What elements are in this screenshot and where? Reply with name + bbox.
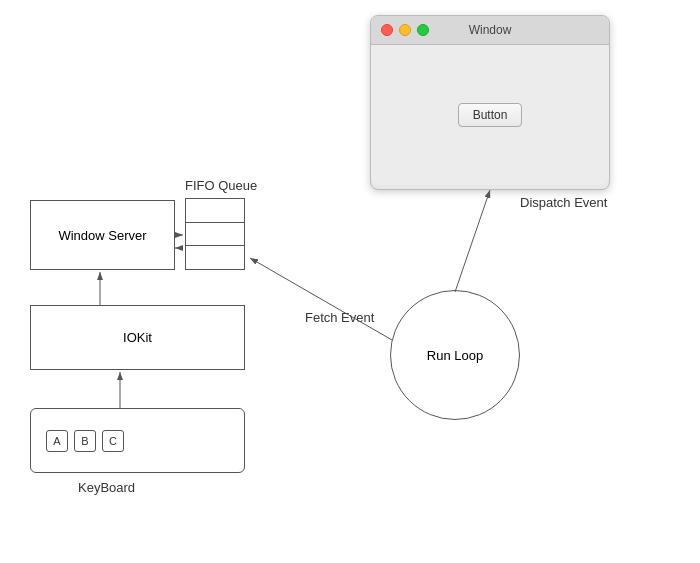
iokit-label: IOKit (123, 330, 152, 345)
iokit-box: IOKit (30, 305, 245, 370)
mac-titlebar: Window (371, 16, 609, 45)
svg-line-5 (455, 190, 490, 292)
window-button[interactable]: Button (458, 103, 523, 127)
window-title: Window (469, 23, 512, 37)
key-b: B (74, 430, 96, 452)
mac-window: Window Button (370, 15, 610, 190)
window-content: Button (371, 45, 609, 185)
window-server-box: Window Server (30, 200, 175, 270)
fullscreen-button-dot[interactable] (417, 24, 429, 36)
run-loop: Run Loop (390, 290, 520, 420)
fifo-queue-label: FIFO Queue (185, 178, 257, 193)
svg-line-4 (250, 258, 392, 340)
diagram: Window Button Window Server FIFO Queue I… (0, 0, 700, 563)
dispatch-event-label: Dispatch Event (520, 195, 607, 210)
fifo-row-1 (186, 199, 244, 223)
minimize-button-dot[interactable] (399, 24, 411, 36)
key-a: A (46, 430, 68, 452)
keyboard-box: A B C (30, 408, 245, 473)
fifo-row-3 (186, 246, 244, 269)
run-loop-label: Run Loop (427, 348, 483, 363)
close-button-dot[interactable] (381, 24, 393, 36)
fifo-queue (185, 198, 245, 270)
fifo-row-2 (186, 223, 244, 247)
fetch-event-label: Fetch Event (305, 310, 374, 325)
key-c: C (102, 430, 124, 452)
window-server-label: Window Server (58, 228, 146, 243)
keyboard-label: KeyBoard (78, 480, 135, 495)
